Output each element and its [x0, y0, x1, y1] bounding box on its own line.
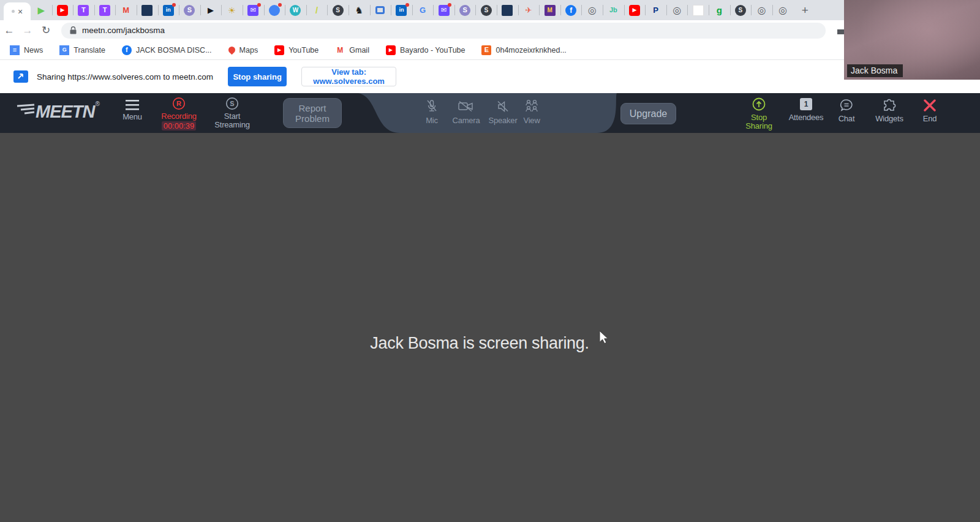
recording-indicator[interactable]: R Recording 00:00:39	[156, 97, 202, 130]
tab-dark-globe-icon[interactable]: S	[475, 0, 497, 20]
tab-red-swoosh-icon[interactable]: ✈	[518, 0, 540, 20]
tab-black-arrow-icon[interactable]: ▶	[200, 0, 222, 20]
menu-button[interactable]: Menu	[118, 99, 147, 121]
tab-chromium-icon[interactable]: ◎	[666, 0, 688, 20]
view-label: View	[523, 116, 540, 125]
tab-green-g-icon[interactable]: g	[709, 0, 730, 20]
tab-twitch-icon[interactable]: T	[94, 0, 116, 20]
tab-navy-square-icon[interactable]	[497, 0, 518, 20]
omnibox[interactable]: meetn.com/jackbosma	[61, 23, 826, 39]
report-problem-button[interactable]: Report Problem	[283, 98, 342, 128]
tab-chromium-icon[interactable]: ◎	[772, 0, 794, 20]
pinned-tabs: ▶ ▶ T T M	[31, 0, 793, 20]
meetn-toolbar: MEETN ® Menu R Recording 00:00:39 S	[0, 93, 980, 133]
tab-purple-mail-icon[interactable]: ✉	[243, 0, 264, 20]
widgets-button[interactable]: Widgets	[871, 98, 908, 123]
tab-purple-spiral-icon[interactable]: S	[179, 0, 200, 20]
bookmarks-bar: ≡ News G Translate f JACK BOSMA DISC... …	[0, 40, 980, 60]
tab-navy-square-icon[interactable]	[137, 0, 158, 20]
hamburger-icon	[124, 99, 140, 111]
screen-share-icon	[13, 70, 28, 83]
tab-badge-icon[interactable]: ☀	[221, 0, 243, 20]
tab-teal-w-icon[interactable]: W	[285, 0, 306, 20]
tab-blank-icon[interactable]	[687, 0, 709, 20]
reload-icon[interactable]: ↻	[37, 24, 55, 37]
logo-text: MEETN	[36, 102, 95, 121]
tab-teal-jb-icon[interactable]: Jb	[603, 0, 624, 20]
recording-label: Recording	[161, 112, 196, 121]
tab-chromium-icon[interactable]: ◎	[751, 0, 772, 20]
tab-bird-icon[interactable]: ♞	[349, 0, 370, 20]
tab-paypal-icon[interactable]: P	[645, 0, 666, 20]
camera-button[interactable]: Camera	[450, 99, 482, 125]
bookmark-google-news[interactable]: ≡ News	[10, 45, 43, 55]
widgets-label: Widgets	[875, 115, 903, 123]
bookmark-label: JACK BOSMA DISC...	[136, 46, 212, 55]
tab-lime-icon[interactable]: /	[306, 0, 328, 20]
speaker-muted-icon	[495, 99, 511, 115]
report-label-1: Report	[298, 103, 326, 113]
recording-timer: 00:00:39	[162, 121, 197, 130]
tab-linkedin-icon[interactable]: in	[158, 0, 179, 20]
bookmark-google-translate[interactable]: G Translate	[59, 45, 105, 55]
view-tab-button[interactable]: View tab: www.solveres.com	[301, 67, 396, 86]
bookmark-google-maps[interactable]: Maps	[228, 46, 258, 55]
tab-blue-circle-icon[interactable]	[264, 0, 285, 20]
start-streaming-button[interactable]: S Start Streaming	[209, 97, 255, 129]
stop-sharing-button[interactable]: Stop sharing	[228, 67, 287, 86]
tab-close-icon[interactable]: ×	[18, 7, 23, 16]
back-icon[interactable]: ←	[0, 25, 18, 37]
tab-facebook-icon[interactable]: f	[560, 0, 582, 20]
view-button[interactable]: View	[518, 99, 545, 125]
stop-sharing-toolbar-button[interactable]: Stop Sharing	[741, 97, 777, 130]
tab-twitch-icon[interactable]: T	[73, 0, 94, 20]
bookmark-etsy[interactable]: E 0h4mozeixrknkhed...	[481, 45, 566, 55]
chat-button[interactable]: Chat	[833, 98, 860, 123]
webcam-preview[interactable]: Jack Bosma	[844, 0, 980, 80]
bookmark-label: YouTube	[288, 46, 318, 55]
tab-google-icon[interactable]: G	[412, 0, 434, 20]
meeting-stage: Jack Bosma is screen sharing.	[0, 133, 980, 522]
end-meeting-button[interactable]: End	[916, 98, 943, 123]
logo-speed-lines-icon	[16, 102, 36, 115]
browser-address-bar: ← → ↻ meetn.com/jackbosma	[0, 20, 980, 40]
mic-button[interactable]: Mic	[418, 99, 445, 125]
active-tab[interactable]: ×	[4, 2, 31, 20]
stop-sharing-icon	[752, 97, 766, 112]
end-label: End	[923, 115, 937, 123]
menu-label: Menu	[123, 113, 142, 121]
bookmark-youtube[interactable]: ▶ YouTube	[274, 45, 318, 55]
tab-youtube-icon[interactable]: ▶	[52, 0, 74, 20]
tab-linkedin-icon[interactable]: in	[391, 0, 412, 20]
meetn-logo[interactable]: MEETN ®	[16, 102, 100, 121]
speaker-button[interactable]: Speaker	[486, 99, 520, 125]
report-label-2: Problem	[295, 113, 330, 124]
bookmark-youtube[interactable]: ▶ Bayardo - YouTube	[386, 45, 466, 55]
puzzle-icon	[881, 98, 897, 113]
tab-gmail-icon[interactable]: M	[115, 0, 137, 20]
tab-chromium-icon[interactable]: ◎	[581, 0, 603, 20]
tab-dark-globe-icon[interactable]: S	[327, 0, 349, 20]
url-text[interactable]: meetn.com/jackbosma	[82, 26, 165, 35]
tab-purple-mail-icon[interactable]: ✉	[433, 0, 454, 20]
bookmark-gmail[interactable]: M Gmail	[335, 45, 369, 55]
screen-sharing-message: Jack Bosma is screen sharing.	[0, 334, 959, 353]
tab-dark-globe-icon[interactable]: S	[730, 0, 752, 20]
browser-tab-strip: × ▶ ▶ T T	[0, 0, 980, 20]
attendees-button[interactable]: 1 Attendees	[785, 98, 827, 122]
forward-icon[interactable]: →	[18, 25, 37, 37]
bookmark-facebook[interactable]: f JACK BOSMA DISC...	[122, 45, 212, 55]
mic-label: Mic	[426, 116, 438, 125]
tab-purple-spiral-icon[interactable]: S	[454, 0, 476, 20]
logo-registered-mark: ®	[96, 100, 100, 107]
stop-sharing-label-2: Sharing	[745, 122, 772, 130]
tab-purple-m-icon[interactable]: M	[539, 0, 560, 20]
new-tab-button[interactable]: +	[796, 0, 814, 20]
tab-youtube-icon[interactable]: ▶	[624, 0, 646, 20]
chat-label: Chat	[839, 115, 855, 123]
tab-monitor-icon[interactable]	[370, 0, 391, 20]
tab-rumble-icon[interactable]: ▶	[31, 0, 52, 20]
upgrade-button[interactable]: Upgrade	[620, 103, 676, 124]
active-tab-favicon	[12, 10, 15, 13]
streaming-label-1: Start	[224, 112, 240, 121]
